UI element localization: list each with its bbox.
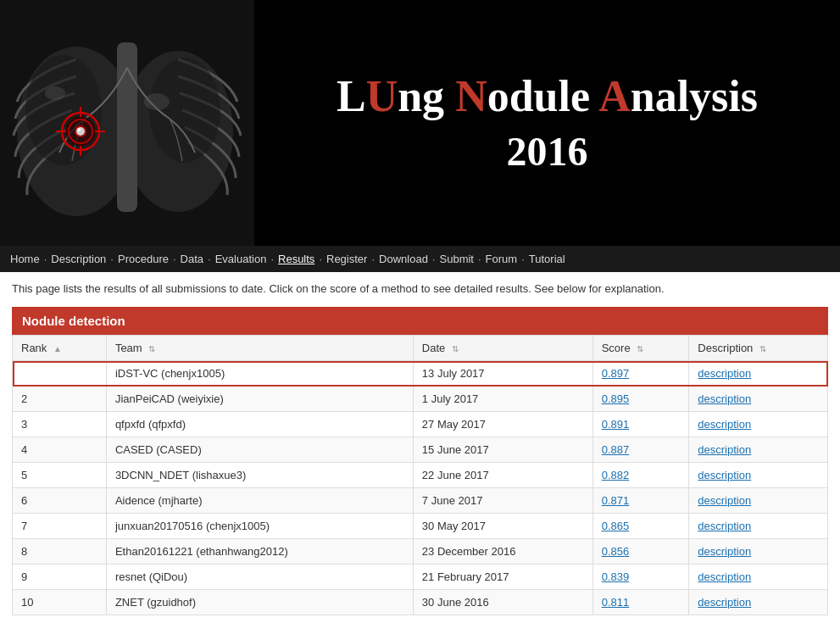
description-link[interactable]: description: [698, 570, 751, 583]
cell-date: 21 February 2017: [413, 565, 592, 590]
nav-tutorial[interactable]: Tutorial: [529, 253, 565, 265]
cell-team: JianPeiCAD (weiyixie): [106, 387, 413, 412]
description-link[interactable]: description: [698, 392, 751, 405]
description-link[interactable]: description: [698, 494, 751, 507]
table-row: 10ZNET (gzuidhof)30 June 20160.811descri…: [13, 590, 828, 615]
cell-date: 22 June 2017: [413, 463, 592, 488]
cell-description: description: [689, 590, 828, 615]
cell-score: 0.856: [592, 539, 689, 565]
lung-scan-image: [0, 0, 254, 246]
cell-date: 27 May 2017: [413, 412, 592, 437]
score-link[interactable]: 0.891: [602, 418, 630, 431]
nav-results[interactable]: Results: [278, 253, 314, 265]
page-description: This page lists the results of all submi…: [12, 282, 828, 295]
score-link[interactable]: 0.839: [602, 570, 630, 583]
nav-forum[interactable]: Forum: [486, 253, 518, 265]
cell-rank: 5: [13, 463, 107, 488]
score-link[interactable]: 0.811: [602, 596, 630, 609]
cell-description: description: [689, 565, 828, 590]
cell-rank: 6: [13, 488, 107, 514]
cell-team: 3DCNN_NDET (lishaxue3): [106, 463, 413, 488]
cell-date: 7 June 2017: [413, 488, 592, 514]
cell-team: ZNET (gzuidhof): [106, 590, 413, 615]
description-link[interactable]: description: [698, 520, 751, 532]
col-description[interactable]: Description ⇅: [689, 336, 828, 361]
cell-description: description: [689, 387, 828, 412]
nav-procedure[interactable]: Procedure: [118, 253, 169, 265]
cell-description: description: [689, 361, 828, 387]
results-table: Rank ▲ Team ⇅ Date ⇅ Score ⇅ Description: [12, 335, 828, 615]
cell-team: junxuan20170516 (chenjx1005): [106, 514, 413, 539]
description-link[interactable]: description: [698, 596, 751, 609]
nav-data[interactable]: Data: [181, 253, 203, 265]
nav-download[interactable]: Download: [379, 253, 428, 265]
description-link[interactable]: description: [698, 367, 751, 380]
cell-score: 0.882: [592, 463, 689, 488]
description-link[interactable]: description: [698, 545, 751, 558]
cell-date: 13 July 2017: [413, 361, 592, 387]
table-row: 53DCNN_NDET (lishaxue3)22 June 20170.882…: [13, 463, 828, 488]
col-date[interactable]: Date ⇅: [413, 336, 592, 361]
score-link[interactable]: 0.895: [602, 392, 630, 405]
cell-score: 0.839: [592, 565, 689, 590]
table-row: 6Aidence (mjharte)7 June 20170.871descri…: [13, 488, 828, 514]
cell-rank: 7: [13, 514, 107, 539]
cell-date: 30 June 2016: [413, 590, 592, 615]
cell-description: description: [689, 488, 828, 514]
cell-team: qfpxfd (qfpxfd): [106, 412, 413, 437]
cell-rank: [13, 361, 107, 387]
header-title: LUng Nodule Analysis 2016: [254, 0, 840, 246]
col-score[interactable]: Score ⇅: [592, 336, 689, 361]
cell-score: 0.871: [592, 488, 689, 514]
svg-point-14: [76, 127, 85, 136]
table-row: iDST-VC (chenjx1005)13 July 20170.897des…: [13, 361, 828, 387]
cell-team: Ethan20161221 (ethanhwang2012): [106, 539, 413, 565]
table-row: 9resnet (QiDou)21 February 20170.839desc…: [13, 565, 828, 590]
col-team[interactable]: Team ⇅: [106, 336, 413, 361]
cell-team: iDST-VC (chenjx1005): [106, 361, 413, 387]
score-link[interactable]: 0.887: [602, 443, 630, 456]
score-link[interactable]: 0.882: [602, 469, 630, 481]
cell-rank: 3: [13, 412, 107, 437]
score-link[interactable]: 0.871: [602, 494, 630, 507]
cell-rank: 4: [13, 437, 107, 463]
cell-description: description: [689, 463, 828, 488]
navigation: Home · Description · Procedure · Data · …: [0, 246, 840, 272]
cell-description: description: [689, 412, 828, 437]
cell-score: 0.887: [592, 437, 689, 463]
cell-rank: 10: [13, 590, 107, 615]
cell-rank: 8: [13, 539, 107, 565]
description-link[interactable]: description: [698, 418, 751, 431]
table-row: 3qfpxfd (qfpxfd)27 May 20170.891descript…: [13, 412, 828, 437]
score-link[interactable]: 0.856: [602, 545, 630, 558]
nav-home[interactable]: Home: [10, 253, 40, 265]
cell-description: description: [689, 514, 828, 539]
score-link[interactable]: 0.865: [602, 520, 630, 532]
svg-point-15: [77, 128, 81, 131]
cell-score: 0.865: [592, 514, 689, 539]
cell-date: 15 June 2017: [413, 437, 592, 463]
year-title: 2016: [507, 128, 588, 175]
score-link[interactable]: 0.897: [602, 367, 630, 380]
col-rank[interactable]: Rank ▲: [13, 336, 107, 361]
section-header: Nodule detection: [12, 307, 828, 335]
description-link[interactable]: description: [698, 443, 751, 456]
nav-description[interactable]: Description: [51, 253, 106, 265]
cell-date: 1 July 2017: [413, 387, 592, 412]
nav-submit[interactable]: Submit: [440, 253, 474, 265]
cell-score: 0.891: [592, 412, 689, 437]
cell-description: description: [689, 437, 828, 463]
cell-score: 0.811: [592, 590, 689, 615]
cell-team: Aidence (mjharte): [106, 488, 413, 514]
table-row: 8Ethan20161221 (ethanhwang2012)23 Decemb…: [13, 539, 828, 565]
table-row: 2JianPeiCAD (weiyixie)1 July 20170.895de…: [13, 387, 828, 412]
cell-score: 0.897: [592, 361, 689, 387]
cell-rank: 2: [13, 387, 107, 412]
description-link[interactable]: description: [698, 469, 751, 481]
nav-evaluation[interactable]: Evaluation: [215, 253, 267, 265]
cell-description: description: [689, 539, 828, 565]
svg-point-16: [144, 93, 170, 110]
nav-register[interactable]: Register: [326, 253, 367, 265]
cell-score: 0.895: [592, 387, 689, 412]
cell-date: 30 May 2017: [413, 514, 592, 539]
